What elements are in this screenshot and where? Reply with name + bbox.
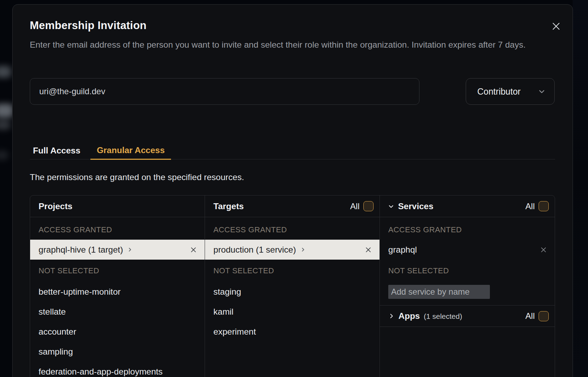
remove-target-button[interactable] bbox=[365, 246, 372, 253]
apps-selected-count: (1 selected) bbox=[424, 312, 462, 321]
services-title: Services bbox=[398, 201, 433, 211]
services-header[interactable]: Services All bbox=[380, 196, 555, 217]
close-icon bbox=[552, 22, 561, 31]
targets-all-label: All bbox=[350, 201, 360, 211]
project-item[interactable]: better-uptime-monitor bbox=[30, 282, 205, 302]
projects-header: Projects bbox=[30, 196, 205, 217]
selected-project-row[interactable]: graphql-hive (1 target) bbox=[30, 240, 205, 260]
apps-all-label: All bbox=[525, 311, 535, 321]
remove-service-button[interactable] bbox=[540, 246, 547, 253]
chevron-right-icon bbox=[127, 247, 132, 252]
role-select-button[interactable]: Contributor bbox=[466, 78, 555, 105]
membership-invitation-dialog: Membership Invitation Enter the email ad… bbox=[12, 4, 573, 377]
granted-service-row[interactable]: graphql bbox=[380, 240, 555, 260]
projects-column: Projects ACCESS GRANTED graphql-hive (1 … bbox=[30, 196, 205, 377]
projects-title: Projects bbox=[39, 201, 73, 211]
target-item[interactable]: kamil bbox=[205, 302, 380, 322]
access-tabs: Full Access Granular Access bbox=[30, 142, 555, 159]
remove-icon bbox=[190, 246, 197, 253]
dialog-title: Membership Invitation bbox=[30, 19, 146, 32]
selected-target-row[interactable]: production (1 service) bbox=[205, 240, 380, 260]
services-access-granted-label: ACCESS GRANTED bbox=[380, 220, 555, 240]
services-all-label: All bbox=[525, 201, 535, 211]
chevron-down-icon bbox=[388, 203, 395, 210]
apps-title: Apps bbox=[398, 311, 420, 321]
services-all-checkbox[interactable] bbox=[539, 201, 549, 211]
targets-title: Targets bbox=[213, 201, 244, 211]
targets-header: Targets All bbox=[205, 196, 380, 217]
project-item[interactable]: accounter bbox=[30, 322, 205, 342]
remove-icon bbox=[365, 246, 372, 253]
target-item[interactable]: staging bbox=[205, 282, 380, 302]
services-not-selected-label: NOT SELECTED bbox=[380, 260, 555, 282]
background-blur-artifact bbox=[0, 151, 8, 160]
role-select-value: Contributor bbox=[477, 87, 521, 97]
chevron-right-icon bbox=[300, 247, 306, 252]
targets-access-granted-label: ACCESS GRANTED bbox=[205, 220, 380, 240]
project-item[interactable]: stellate bbox=[30, 302, 205, 322]
dialog-description: Enter the email address of the person yo… bbox=[30, 38, 555, 52]
services-column: Services All ACCESS GRANTED graphql bbox=[380, 196, 555, 377]
selected-project-name: graphql-hive (1 target) bbox=[39, 245, 123, 255]
background-strip bbox=[573, 0, 588, 377]
project-item[interactable]: sampling bbox=[30, 342, 205, 362]
apps-section-header[interactable]: Apps (1 selected) All bbox=[380, 306, 555, 327]
target-item[interactable]: experiment bbox=[205, 322, 380, 342]
targets-not-selected-label: NOT SELECTED bbox=[205, 260, 380, 282]
chevron-down-icon bbox=[538, 87, 546, 96]
tab-granular-access[interactable]: Granular Access bbox=[90, 142, 171, 160]
projects-not-selected-label: NOT SELECTED bbox=[30, 260, 205, 282]
permissions-note: The permissions are granted on the speci… bbox=[30, 172, 244, 182]
background-blur-artifact bbox=[0, 104, 13, 118]
project-item[interactable]: federation-and-app-deployments bbox=[30, 362, 205, 377]
tab-full-access[interactable]: Full Access bbox=[30, 142, 85, 159]
apps-all-checkbox[interactable] bbox=[539, 311, 549, 321]
targets-column: Targets All ACCESS GRANTED production (1… bbox=[205, 196, 380, 377]
chevron-right-icon bbox=[388, 313, 395, 319]
invite-email-input[interactable] bbox=[30, 78, 419, 105]
close-dialog-button[interactable] bbox=[550, 20, 562, 33]
add-service-input[interactable] bbox=[388, 285, 490, 299]
page-background: Membership Invitation Enter the email ad… bbox=[0, 0, 588, 377]
remove-project-button[interactable] bbox=[190, 246, 197, 253]
granted-service-name: graphql bbox=[388, 245, 417, 255]
projects-access-granted-label: ACCESS GRANTED bbox=[30, 220, 205, 240]
targets-all-checkbox[interactable] bbox=[363, 201, 374, 211]
permissions-table: Projects ACCESS GRANTED graphql-hive (1 … bbox=[30, 195, 555, 377]
remove-icon bbox=[540, 246, 547, 253]
background-blur-artifact bbox=[0, 120, 11, 130]
background-blur-artifact bbox=[0, 66, 11, 78]
selected-target-name: production (1 service) bbox=[213, 245, 296, 255]
